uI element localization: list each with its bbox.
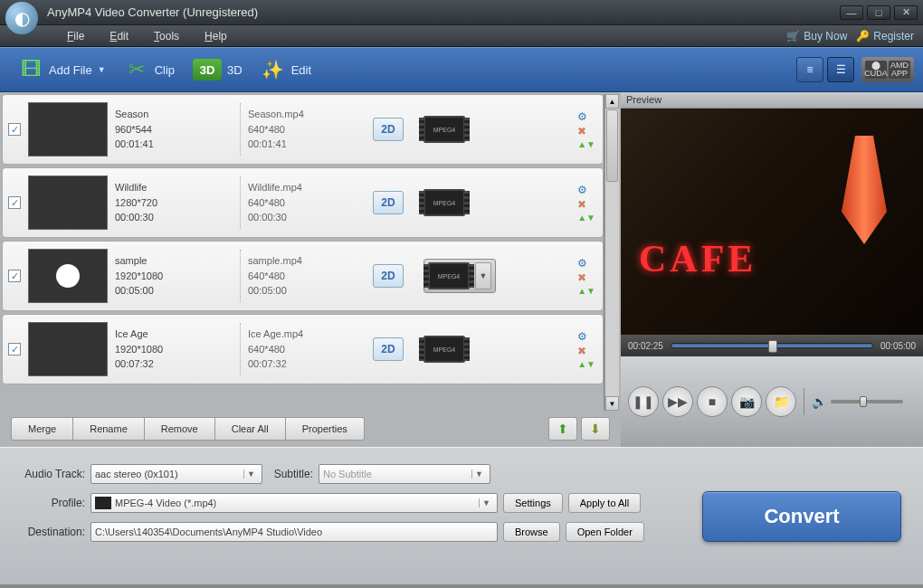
row-checkbox[interactable]: ✓: [8, 343, 21, 356]
volume-icon[interactable]: 🔊: [812, 394, 827, 409]
open-folder-button[interactable]: Open Folder: [566, 522, 644, 542]
register-link[interactable]: 🔑Register: [856, 30, 914, 43]
delete-icon[interactable]: ✖: [577, 125, 595, 138]
gear-icon[interactable]: ⚙: [577, 257, 595, 270]
3d-button[interactable]: 3D 3D: [184, 53, 252, 86]
preview-header: Preview: [621, 92, 923, 109]
delete-icon[interactable]: ✖: [577, 198, 595, 211]
format-badge[interactable]: MPEG4: [423, 336, 465, 363]
format-badge[interactable]: MPEG4: [423, 189, 465, 216]
file-list: ✓ Season960*54400:01:41 Season.mp4640*48…: [2, 94, 604, 411]
remove-button[interactable]: Remove: [144, 417, 215, 441]
list-actions: Merge Rename Remove Clear All Properties…: [2, 411, 619, 447]
seek-slider[interactable]: [671, 343, 873, 348]
preview-lamp: [842, 136, 887, 244]
stop-button[interactable]: ■: [697, 386, 728, 417]
scroll-up-button[interactable]: ▲: [605, 94, 619, 109]
row-arrows-icon[interactable]: ▲▼: [577, 139, 595, 149]
row-arrows-icon[interactable]: ▲▼: [577, 213, 595, 223]
menu-edit[interactable]: Edit: [97, 27, 141, 45]
2d-button[interactable]: 2D: [373, 118, 404, 141]
audiotrack-label: Audio Track:: [13, 468, 85, 480]
toolbar: 🎞 Add File ▼ ✂ Clip 3D 3D ✨ Edit ≡ ☰ ⬤CU…: [0, 47, 923, 92]
menu-file[interactable]: File: [54, 27, 97, 45]
delete-icon[interactable]: ✖: [577, 271, 595, 284]
audiotrack-select[interactable]: aac stereo (0x101)▼: [90, 464, 262, 484]
format-badge[interactable]: MPEG4: [428, 262, 470, 289]
time-total: 00:05:00: [880, 341, 916, 351]
row-checkbox[interactable]: ✓: [8, 123, 21, 136]
file-row[interactable]: ✓ Ice Age1920*108000:07:32 Ice Age.mp464…: [2, 314, 604, 384]
scroll-down-button[interactable]: ▼: [605, 396, 619, 411]
chevron-down-icon: ▼: [98, 65, 106, 74]
main-area: ✓ Season960*54400:01:41 Season.mp4640*48…: [0, 92, 923, 447]
format-caret[interactable]: ▼: [475, 262, 491, 289]
buy-now-link[interactable]: 🛒Buy Now: [786, 30, 847, 43]
profile-select[interactable]: MPEG-4 Video (*.mp4)▼: [90, 493, 498, 513]
file-row[interactable]: ✓ Wildlife1280*72000:00:30 Wildlife.mp46…: [2, 167, 604, 238]
menu-help[interactable]: Help: [192, 27, 240, 45]
volume-handle[interactable]: [860, 396, 867, 407]
3d-icon: 3D: [193, 59, 222, 81]
seek-handle[interactable]: [768, 340, 777, 353]
gear-icon[interactable]: ⚙: [577, 330, 595, 343]
apply-to-all-button[interactable]: Apply to All: [568, 493, 641, 513]
open-folder-button[interactable]: 📁: [766, 386, 796, 417]
2d-button[interactable]: 2D: [373, 264, 404, 288]
move-down-button[interactable]: ⬇: [581, 417, 610, 441]
app-logo-icon: ◐: [5, 2, 38, 34]
profile-label: Profile:: [13, 497, 85, 509]
move-up-button[interactable]: ⬆: [548, 417, 577, 441]
input-info: Season960*54400:01:41: [115, 107, 233, 152]
time-current: 00:02:25: [628, 341, 663, 351]
close-button[interactable]: ✕: [894, 5, 918, 20]
forward-button[interactable]: ▶▶: [662, 386, 693, 417]
properties-button[interactable]: Properties: [285, 417, 365, 441]
menu-tools[interactable]: Tools: [141, 27, 192, 45]
player-controls: ❚❚ ▶▶ ■ 📷 📁 🔊: [621, 356, 923, 447]
snapshot-button[interactable]: 📷: [731, 386, 762, 417]
browse-button[interactable]: Browse: [503, 522, 560, 542]
destination-input[interactable]: C:\Users\140354\Documents\AnyMP4 Studio\…: [90, 522, 498, 542]
rename-button[interactable]: Rename: [72, 417, 145, 441]
clip-button[interactable]: ✂ Clip: [115, 52, 184, 88]
menubar: File Edit Tools Help 🛒Buy Now 🔑Register: [0, 25, 923, 47]
file-row[interactable]: ✓ Season960*54400:01:41 Season.mp4640*48…: [2, 94, 604, 165]
preview-cafe-sign: CAFE: [639, 237, 756, 280]
list-view-button[interactable]: ≡: [796, 57, 823, 82]
convert-button[interactable]: Convert: [702, 491, 901, 542]
row-checkbox[interactable]: ✓: [8, 270, 21, 282]
time-bar: 00:02:25 00:05:00: [621, 335, 923, 356]
scissors-icon: ✂: [124, 57, 149, 82]
status-bar: [0, 584, 923, 588]
preview-panel: Preview CAFE 00:02:25 00:05:00 ❚❚ ▶▶ ■ 📷…: [621, 92, 923, 447]
gpu-badge: ⬤CUDA AMDAPP: [861, 57, 914, 82]
thumbnail: [28, 322, 108, 376]
row-arrows-icon[interactable]: ▲▼: [577, 286, 595, 296]
subtitle-select[interactable]: No Subtitle▼: [319, 464, 490, 484]
scrollbar[interactable]: ▲ ▼: [604, 94, 619, 411]
delete-icon[interactable]: ✖: [577, 345, 595, 357]
thumbnail: [28, 249, 108, 303]
row-arrows-icon[interactable]: ▲▼: [577, 359, 595, 369]
gear-icon[interactable]: ⚙: [577, 110, 595, 123]
clear-all-button[interactable]: Clear All: [214, 417, 286, 441]
pause-button[interactable]: ❚❚: [628, 386, 659, 417]
detail-view-button[interactable]: ☰: [827, 57, 854, 82]
volume-slider[interactable]: [831, 400, 903, 403]
edit-button[interactable]: ✨ Edit: [252, 52, 320, 88]
maximize-button[interactable]: □: [867, 5, 890, 20]
scroll-thumb[interactable]: [606, 109, 618, 182]
minimize-button[interactable]: —: [840, 5, 863, 20]
gear-icon[interactable]: ⚙: [577, 184, 595, 196]
settings-button[interactable]: Settings: [503, 493, 563, 513]
2d-button[interactable]: 2D: [373, 191, 404, 214]
row-checkbox[interactable]: ✓: [8, 196, 21, 209]
add-file-button[interactable]: 🎞 Add File ▼: [9, 52, 115, 88]
window-title: AnyMP4 Video Converter (Unregistered): [47, 5, 258, 19]
titlebar: ◐ AnyMP4 Video Converter (Unregistered) …: [0, 0, 923, 25]
file-row[interactable]: ✓ sample1920*108000:05:00 sample.mp4640*…: [2, 241, 604, 311]
2d-button[interactable]: 2D: [373, 337, 404, 361]
format-badge[interactable]: MPEG4: [423, 116, 465, 143]
merge-button[interactable]: Merge: [11, 417, 73, 441]
